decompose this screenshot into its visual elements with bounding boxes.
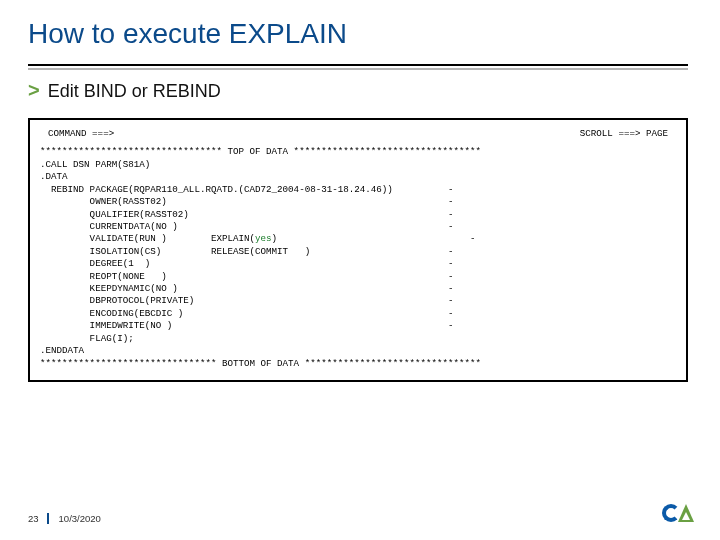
top-of-data: ********************************* TOP OF… <box>40 146 481 157</box>
footer: 23 10/3/2020 <box>28 513 101 524</box>
code-line: DBPROTOCOL(PRIVATE) - <box>40 295 454 306</box>
ca-logo <box>662 504 694 526</box>
code-line: ISOLATION(CS) RELEASE(COMMIT ) - <box>40 246 454 257</box>
code-line: .ENDDATA <box>40 345 84 356</box>
code-line: .CALL DSN PARM(S81A) <box>40 159 150 170</box>
code-line: .DATA <box>40 171 68 182</box>
divider <box>28 64 688 70</box>
subtitle: Edit BIND or REBIND <box>48 81 221 102</box>
code-line: ) - <box>272 233 476 244</box>
subtitle-row: > Edit BIND or REBIND <box>28 80 692 102</box>
terminal-panel: COMMAND ===>SCROLL ===> PAGE************… <box>28 118 688 382</box>
slide-title: How to execute EXPLAIN <box>28 18 692 50</box>
slide: How to execute EXPLAIN > Edit BIND or RE… <box>0 0 720 540</box>
code-line: QUALIFIER(RASST02) - <box>40 209 454 220</box>
code-line: FLAG(I); <box>40 333 134 344</box>
code-line: REOPT(NONE ) - <box>40 271 454 282</box>
code-line: OWNER(RASST02) - <box>40 196 454 207</box>
footer-date: 10/3/2020 <box>59 513 101 524</box>
chevron-icon: > <box>28 80 40 100</box>
code-line: KEEPDYNAMIC(NO ) - <box>40 283 454 294</box>
code-line: CURRENTDATA(NO ) - <box>40 221 454 232</box>
code-line: ENCODING(EBCDIC ) - <box>40 308 454 319</box>
code-line: IMMEDWRITE(NO ) - <box>40 320 454 331</box>
explain-value: yes <box>255 233 272 244</box>
divider-line-light <box>28 68 688 70</box>
command-prompt: COMMAND ===> <box>48 128 114 140</box>
logo-a-inner <box>682 512 690 520</box>
code-line: VALIDATE(RUN ) EXPLAIN( <box>40 233 255 244</box>
code-line: DEGREE(1 ) - <box>40 258 454 269</box>
divider-line-dark <box>28 64 688 66</box>
page-number: 23 <box>28 513 49 524</box>
code-line: REBIND PACKAGE(RQPAR110_ALL.RQATD.(CAD72… <box>40 184 454 195</box>
terminal-header: COMMAND ===>SCROLL ===> PAGE <box>40 128 676 146</box>
bottom-of-data: ******************************** BOTTOM … <box>40 358 481 369</box>
scroll-indicator: SCROLL ===> PAGE <box>580 128 668 140</box>
